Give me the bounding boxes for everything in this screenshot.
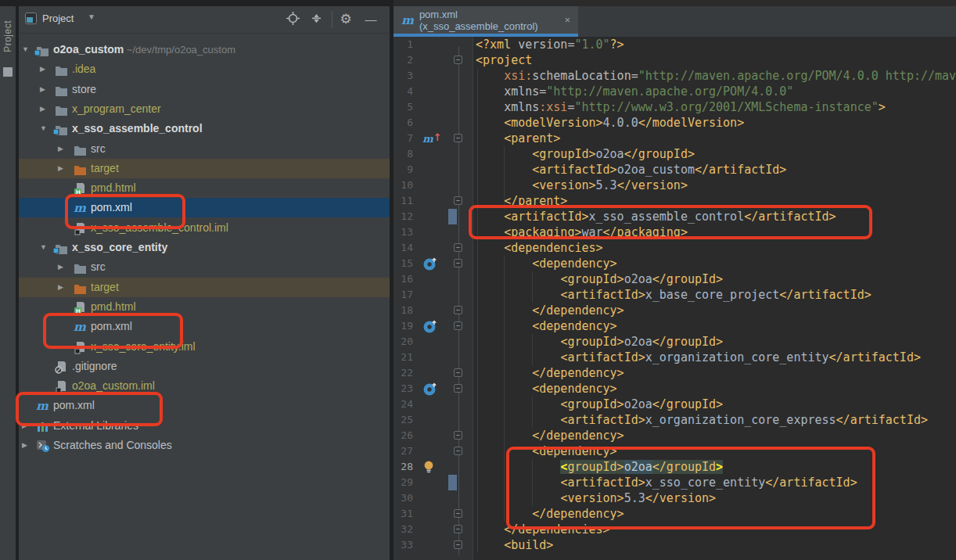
tree-item-label: pom.xml <box>91 198 132 217</box>
tree-row[interactable]: ▼x_sso_assemble_control <box>19 119 390 138</box>
tree-row[interactable]: ▼x_sso_core_entity <box>19 238 390 257</box>
tree-row[interactable]: Hpmd.html <box>19 178 390 198</box>
folder-icon <box>74 260 88 274</box>
fold-marker[interactable]: − <box>454 368 462 377</box>
code-line-text[interactable]: <artifactId>x_organization_core_entity</… <box>476 350 921 365</box>
code-line-text[interactable]: </dependencies> <box>476 522 610 537</box>
tool-window-stripe-icon[interactable] <box>3 67 13 77</box>
tree-row[interactable]: .gitignore <box>19 357 390 376</box>
fold-marker[interactable]: − <box>454 243 462 252</box>
tree-row[interactable]: x_sso_core_entity.iml <box>19 337 390 357</box>
tree-row[interactable]: mpom.xml <box>19 198 390 217</box>
tree-expand-arrow[interactable]: ▶ <box>40 80 45 99</box>
tree-row[interactable]: ▶target <box>19 278 390 297</box>
tree-row[interactable]: Hpmd.html <box>19 297 390 317</box>
code-line-text[interactable]: <artifactId>x_sso_core_entity</artifactI… <box>476 475 857 490</box>
code-line-text[interactable]: <groupId>o2oa</groupId> <box>476 459 723 475</box>
maven-parent-icon[interactable]: m↑ <box>422 131 440 145</box>
tree-item-label: pmd.html <box>91 297 136 317</box>
code-line-text[interactable]: <dependency> <box>476 381 617 397</box>
fold-marker[interactable]: − <box>454 196 462 205</box>
code-line-text[interactable]: <groupId>o2oa</groupId> <box>476 146 695 162</box>
tree-row[interactable]: o2oa_custom.iml <box>19 376 390 396</box>
intention-bulb-icon[interactable] <box>422 460 440 474</box>
code-line-text[interactable]: xmlns:xsi="http://www.w3.org/2001/XMLSch… <box>476 99 886 115</box>
code-line-text[interactable]: <packaging>war</packaging> <box>476 224 688 240</box>
locate-button[interactable] <box>285 12 300 27</box>
fold-marker[interactable]: − <box>454 540 462 549</box>
fold-marker[interactable]: − <box>454 525 462 533</box>
code-line-text[interactable]: <dependency> <box>476 256 617 271</box>
tree-row[interactable]: ▶src <box>19 257 390 277</box>
code-line-text[interactable]: <dependency> <box>476 318 617 334</box>
fold-marker[interactable]: − <box>454 259 462 267</box>
code-line-text[interactable]: <build> <box>476 537 553 553</box>
tree-expand-arrow[interactable]: ▶ <box>40 59 45 79</box>
fold-marker[interactable]: − <box>454 56 462 64</box>
code-line-text[interactable]: xsi:schemaLocation="http://maven.apache.… <box>476 68 956 84</box>
tree-row[interactable]: x_sso_assemble_control.iml <box>19 218 390 238</box>
code-line-text[interactable]: <artifactId>x_base_core_project</artifac… <box>476 287 872 303</box>
line-number: 23 <box>390 381 413 397</box>
code-line-text[interactable]: <groupId>o2oa</groupId> <box>476 397 723 412</box>
tree-expand-arrow[interactable]: ▶ <box>22 416 27 436</box>
collapse-all-button[interactable] <box>308 12 324 27</box>
code-line-text[interactable]: <dependency> <box>476 443 617 459</box>
code-line-text[interactable]: <artifactId>x_sso_assemble_control</arti… <box>476 209 836 224</box>
code-line-text[interactable]: <dependencies> <box>476 240 603 256</box>
code-line-text[interactable]: </dependency> <box>476 428 624 443</box>
hide-panel-button[interactable]: — <box>363 12 379 27</box>
tree-expand-arrow[interactable]: ▶ <box>58 278 63 297</box>
maven-dependency-icon[interactable] <box>422 257 440 271</box>
editor-tab[interactable]: m pom.xml (x_sso_assemble_control) × <box>394 6 578 37</box>
code-line-text[interactable]: <groupId>o2oa</groupId> <box>476 271 723 287</box>
code-line-text[interactable]: <version>5.3</version> <box>476 178 688 193</box>
code-line-text[interactable]: </dependency> <box>476 365 624 381</box>
code-line-text[interactable]: <modelVersion>4.0.0</modelVersion> <box>476 115 744 131</box>
close-icon[interactable]: × <box>564 14 570 26</box>
fold-marker[interactable]: − <box>454 509 462 518</box>
tree-row[interactable]: ▶target <box>19 159 390 178</box>
tree-row[interactable]: ▶External Libraries <box>19 416 390 436</box>
code-line-text[interactable]: <groupId>o2oa</groupId> <box>476 334 723 350</box>
fold-marker[interactable]: − <box>454 384 462 393</box>
tree-row[interactable]: ▼o2oa_custom ~/dev/tmp/o2oa_custom <box>19 40 390 59</box>
fold-marker[interactable]: − <box>454 306 462 314</box>
tree-row[interactable]: mpom.xml <box>19 396 390 415</box>
tree-expand-arrow[interactable]: ▶ <box>22 436 27 455</box>
tree-expand-arrow[interactable]: ▶ <box>58 159 63 178</box>
tree-expand-arrow[interactable]: ▶ <box>58 139 63 159</box>
tree-expand-arrow[interactable]: ▶ <box>58 257 63 277</box>
tool-window-stripe: Project <box>0 6 16 560</box>
tree-expand-arrow[interactable]: ▼ <box>22 40 29 59</box>
maven-dependency-icon[interactable] <box>422 382 440 396</box>
code-line-text[interactable]: <version>5.3</version> <box>476 490 716 506</box>
maven-dependency-icon[interactable] <box>422 319 440 333</box>
tree-row[interactable]: mpom.xml <box>19 317 390 336</box>
panel-title[interactable]: Project <box>42 13 74 24</box>
tree-expand-arrow[interactable]: ▶ <box>40 99 45 119</box>
tree-expand-arrow[interactable]: ▼ <box>40 238 47 257</box>
gear-icon[interactable]: ⚙ <box>338 12 354 27</box>
code-line-text[interactable]: <artifactId>x_organization_core_express<… <box>476 412 928 428</box>
stripe-project-tab[interactable]: Project <box>2 20 13 52</box>
code-line-text[interactable]: </dependency> <box>476 506 624 522</box>
tree-row[interactable]: ▶src <box>19 139 390 159</box>
code-line-text[interactable]: </dependency> <box>476 303 624 318</box>
fold-marker[interactable]: − <box>454 321 462 330</box>
code-line-text[interactable]: xmlns="http://maven.apache.org/POM/4.0.0… <box>476 84 793 99</box>
tree-expand-arrow[interactable]: ▼ <box>40 119 47 138</box>
code-line-text[interactable]: <artifactId>o2oa_custom</artifactId> <box>476 162 786 178</box>
fold-marker[interactable]: − <box>454 431 462 440</box>
fold-marker[interactable]: − <box>454 447 462 455</box>
tree-row[interactable]: ▶x_program_center <box>19 99 390 119</box>
code-line-text[interactable]: <project <box>476 52 532 68</box>
tree-row[interactable]: ▶store <box>19 80 390 99</box>
code-line-text[interactable]: </parent> <box>476 193 567 209</box>
chevron-down-icon[interactable]: ▼ <box>88 13 95 21</box>
tree-row[interactable]: ▶.idea <box>19 59 390 79</box>
code-line-text[interactable]: <?xml version="1.0"?> <box>476 37 624 52</box>
code-line-text[interactable]: <parent> <box>476 131 560 146</box>
tree-row[interactable]: ▶Scratches and Consoles <box>19 436 390 455</box>
fold-marker[interactable]: − <box>454 134 462 142</box>
